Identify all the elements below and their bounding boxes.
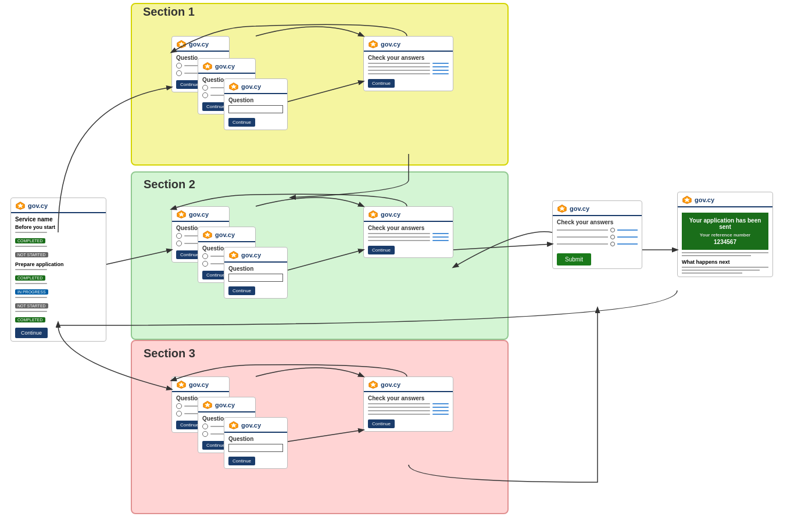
s1-check-l3 — [368, 70, 430, 71]
fcr2-link — [617, 236, 638, 238]
s2-check-l3 — [368, 240, 430, 241]
gov-logo-s3q1 — [176, 380, 187, 389]
s1-check-btn[interactable]: Continue — [368, 79, 395, 88]
gov-logo-s2q3 — [228, 250, 239, 260]
task-line-2 — [15, 246, 47, 247]
badge-completed-2: COMPLETED — [15, 275, 45, 281]
s3-q2-gov: gov.cy — [215, 401, 235, 408]
s2-q3-card: gov.cy Question Continue — [224, 247, 288, 299]
tasklist-gov-label: gov.cy — [28, 202, 48, 209]
gov-logo-s1q1 — [176, 40, 187, 49]
confirm-title: Your application has been sent — [686, 217, 764, 230]
s2-q3-input — [228, 274, 283, 282]
s3-check-l4 — [368, 414, 430, 415]
s2-check-gov: gov.cy — [381, 211, 400, 218]
confirm-ref-num: 1234567 — [686, 239, 764, 245]
s3-check-row3 — [368, 410, 449, 411]
s2-q3-btn[interactable]: Continue — [228, 286, 255, 295]
gov-logo-s2check — [368, 210, 378, 219]
s2-check-title: Check your answers — [368, 225, 449, 231]
confirm-body: Your application has been sent Your refe… — [678, 207, 772, 277]
task-line-1 — [15, 232, 47, 233]
s1-check-title: Check your answers — [368, 55, 449, 61]
s1-q3-gov: gov.cy — [241, 83, 261, 90]
conf-l5 — [682, 272, 742, 274]
s3-check-title: Check your answers — [368, 395, 449, 401]
gov-logo-s2q1 — [176, 210, 187, 219]
s3-check-btn[interactable]: Continue — [368, 419, 395, 428]
s2-check-l2 — [368, 236, 430, 238]
task-line-3 — [15, 269, 47, 270]
badge-not-started-1: NOT STARTED — [15, 252, 48, 257]
s3-check-link4 — [432, 414, 449, 415]
task-line-5 — [15, 297, 47, 298]
s1-q2-header: gov.cy — [198, 59, 255, 74]
s1-check-l2 — [368, 66, 430, 67]
s3-q3-input — [228, 444, 283, 452]
conf-l3 — [682, 267, 768, 268]
s1-q1-header: gov.cy — [172, 37, 229, 52]
s1-check-row4 — [368, 73, 449, 74]
task-line-6 — [15, 311, 47, 312]
s2-q3-title: Question — [228, 266, 283, 272]
s3-check-l3 — [368, 410, 430, 411]
gov-logo-finalcheck — [557, 204, 567, 213]
s2-check-l1 — [368, 233, 430, 234]
s3-check-card: gov.cy Check your answers Continue — [363, 376, 453, 432]
confirm-green-box: Your application has been sent Your refe… — [682, 213, 768, 250]
s1-q2-radio-circle1 — [202, 85, 208, 91]
s3-check-link1 — [432, 403, 449, 404]
s2-q1-gov: gov.cy — [189, 211, 209, 218]
submit-btn[interactable]: Submit — [557, 253, 591, 266]
s1-check-header: gov.cy — [364, 37, 453, 52]
s3-check-body: Check your answers Continue — [364, 392, 453, 431]
s2-q3-body: Question Continue — [224, 263, 287, 298]
tasklist-card: gov.cy Service name Before you start COM… — [10, 198, 106, 342]
s3-q1-gov: gov.cy — [189, 381, 209, 388]
s1-q1-gov: gov.cy — [189, 41, 209, 48]
s1-check-l1 — [368, 63, 430, 64]
s3-q3-gov: gov.cy — [241, 422, 261, 429]
gov-logo-s1q2 — [202, 62, 213, 71]
final-check-gov: gov.cy — [570, 205, 589, 212]
s3-q2-header: gov.cy — [198, 397, 255, 412]
s1-check-link2 — [432, 66, 449, 67]
s2-q2-rc2 — [202, 261, 208, 267]
s1-q2-radio-circle2 — [202, 92, 208, 98]
s2-q3-header: gov.cy — [224, 247, 287, 263]
section2-label: Section 2 — [139, 177, 200, 192]
s1-q3-btn[interactable]: Continue — [228, 118, 255, 127]
fcr3-dot — [610, 242, 615, 246]
s1-q3-header: gov.cy — [224, 79, 287, 94]
tasklist-continue-btn[interactable]: Continue — [15, 328, 48, 338]
s2-q3-gov: gov.cy — [241, 252, 261, 259]
final-check-row1 — [557, 228, 638, 232]
conf-l4 — [682, 270, 760, 271]
s2-check-header: gov.cy — [364, 207, 453, 222]
s3-check-link2 — [432, 407, 449, 408]
gov-logo-s2q2 — [202, 230, 213, 239]
confirm-ref-label: Your reference number — [686, 232, 764, 238]
s1-check-link4 — [432, 73, 449, 74]
s2-check-row3 — [368, 240, 449, 241]
s1-q3-title: Question — [228, 97, 283, 103]
s2-check-btn[interactable]: Continue — [368, 246, 395, 254]
service-name: Service name — [15, 216, 102, 223]
prepare-label: Prepare application — [15, 261, 102, 267]
s2-check-card: gov.cy Check your answers Continue — [363, 206, 453, 258]
s1-q2-gov: gov.cy — [215, 63, 235, 70]
confirm-header: gov.cy — [678, 192, 772, 207]
s3-q3-btn[interactable]: Continue — [228, 457, 255, 465]
fcr3-link — [617, 243, 638, 245]
s3-q1-header: gov.cy — [172, 377, 229, 392]
s2-q2-rc1 — [202, 253, 208, 259]
fcr1-dot — [610, 228, 615, 232]
conf-l2 — [682, 255, 751, 256]
fcr1-link — [617, 229, 638, 231]
confirm-lines — [682, 252, 768, 256]
tasklist-body: Service name Before you start COMPLETED … — [11, 213, 106, 341]
final-check-body: Check your answers Submit — [553, 216, 642, 268]
s3-q2-rc2 — [202, 431, 208, 437]
section1-label: Section 1 — [138, 4, 199, 20]
confirm-gov: gov.cy — [695, 196, 714, 203]
